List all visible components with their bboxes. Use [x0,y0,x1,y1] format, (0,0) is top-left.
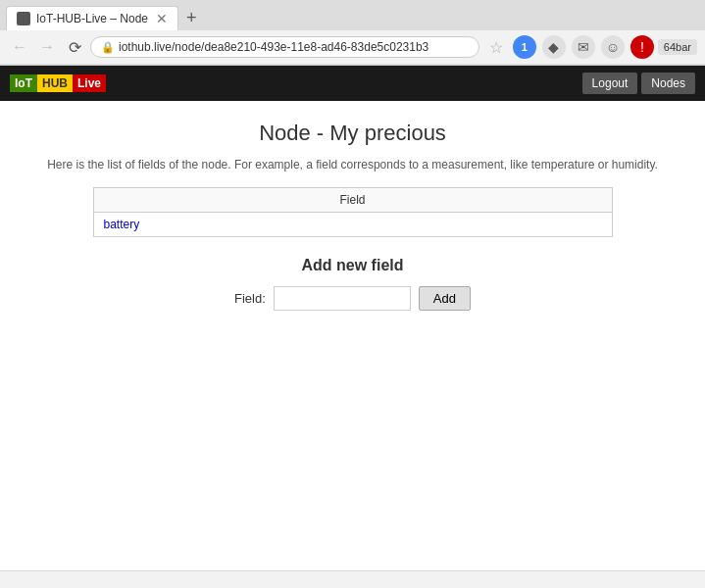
add-field-button[interactable]: Add [419,286,471,311]
table-header-field: Field [93,188,612,213]
browser-chrome: IoT-HUB-Live – Node ✕ + ← → ⟳ 🔒 iothub.l… [0,0,705,66]
main-content: Node - My precious Here is the list of f… [0,101,705,330]
reload-button[interactable]: ⟳ [63,35,86,59]
back-button[interactable]: ← [8,35,31,59]
status-bar [0,570,705,588]
field-cell: battery [93,213,612,237]
secure-icon: 🔒 [101,41,115,54]
logout-button[interactable]: Logout [582,73,638,94]
forward-button[interactable]: → [35,35,59,59]
user-label: 64bar [658,39,697,55]
bookmark-button[interactable]: ☆ [489,38,503,57]
active-tab[interactable]: IoT-HUB-Live – Node ✕ [6,6,178,30]
brand-iot: IoT [10,74,37,92]
profile-icon[interactable]: 1 [513,35,536,59]
tab-title: IoT-HUB-Live – Node [36,12,148,25]
add-field-title: Add new field [20,257,685,274]
field-link-battery[interactable]: battery [104,218,140,231]
page-description: Here is the list of fields of the node. … [20,158,685,172]
mail-icon[interactable]: ✉ [572,35,595,59]
brand-hub: HUB [37,74,73,92]
face-icon[interactable]: ☺ [601,35,625,59]
field-text-input[interactable] [274,286,411,311]
table-row: battery [93,213,612,237]
brand-live: Live [73,74,106,92]
add-field-form: Field: Add [20,286,685,311]
add-field-section: Add new field Field: Add [20,257,685,311]
browser-icons: 1 ◆ ✉ ☺ ! [513,35,654,59]
navbar: IoT HUB Live Logout Nodes [0,66,705,101]
tab-close-button[interactable]: ✕ [156,11,168,26]
tab-favicon [17,12,30,25]
address-bar[interactable]: 🔒 iothub.live/node/dea8e210-493e-11e8-ad… [90,36,479,58]
tab-bar: IoT-HUB-Live – Node ✕ + [0,0,705,30]
browser-controls: ← → ⟳ 🔒 iothub.live/node/dea8e210-493e-1… [0,30,705,65]
brand-logo: IoT HUB Live [10,74,106,92]
extension-icon[interactable]: ◆ [542,35,566,59]
navbar-links: Logout Nodes [582,73,695,94]
warning-icon[interactable]: ! [630,35,654,59]
page-title: Node - My precious [20,121,685,146]
url-text: iothub.live/node/dea8e210-493e-11e8-ad46… [119,40,469,54]
field-input-label: Field: [234,291,266,306]
field-table: Field battery [93,187,613,237]
new-tab-button[interactable]: + [182,8,201,28]
nodes-button[interactable]: Nodes [641,73,695,94]
